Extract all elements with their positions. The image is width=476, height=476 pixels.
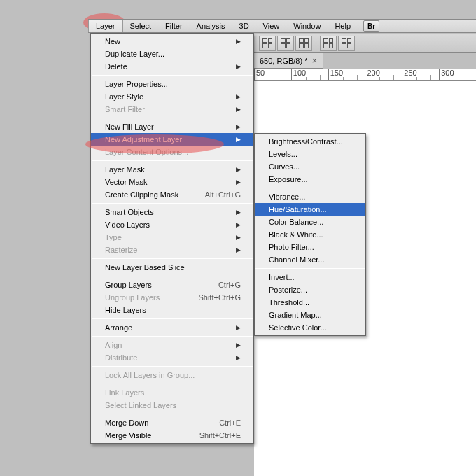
adjust-menu-item[interactable]: Levels... bbox=[255, 148, 365, 160]
menu-item-label: Layer Properties... bbox=[105, 80, 168, 88]
layer-menu-item[interactable]: Layer Style▶ bbox=[91, 90, 253, 103]
menubar: Layer Select Filter Analysis 3D View Win… bbox=[88, 19, 476, 33]
menu-window[interactable]: Window bbox=[286, 20, 328, 32]
layer-menu-item[interactable]: Hide Layers bbox=[91, 304, 253, 316]
distribute-v-icon[interactable] bbox=[338, 36, 355, 51]
menu-item-label: Merge Visible bbox=[105, 431, 151, 440]
menu-item-label: Merge Down bbox=[105, 419, 148, 427]
toolbar-separator bbox=[316, 36, 316, 51]
layer-menu-item[interactable]: Delete▶ bbox=[91, 60, 253, 73]
ruler-tick: 150 bbox=[328, 69, 365, 80]
layer-menu-item[interactable]: Duplicate Layer... bbox=[91, 48, 253, 60]
distribute-h-icon[interactable] bbox=[320, 36, 337, 51]
menu-shortcut: Alt+Ctrl+G bbox=[205, 190, 241, 199]
layer-menu-item[interactable]: Merge DownCtrl+E bbox=[91, 416, 253, 429]
layer-menu-item[interactable]: Video Layers▶ bbox=[91, 218, 253, 231]
menu-item-label: Group Layers bbox=[105, 281, 152, 289]
menu-3d[interactable]: 3D bbox=[232, 20, 256, 32]
menu-item-label: Layer Mask bbox=[105, 165, 145, 174]
menu-item-label: Exposure... bbox=[269, 175, 308, 183]
layer-menu-item: Link Layers bbox=[91, 386, 253, 399]
bridge-button[interactable]: Br bbox=[363, 20, 379, 32]
adjust-menu-item[interactable]: Channel Mixer... bbox=[255, 253, 365, 266]
layer-menu-item: Align▶ bbox=[91, 339, 253, 351]
submenu-arrow-icon: ▶ bbox=[236, 246, 241, 253]
adjust-menu-item[interactable]: Threshold... bbox=[255, 296, 365, 309]
layer-menu-item[interactable]: Group LayersCtrl+G bbox=[91, 279, 253, 291]
layer-menu-item[interactable]: New Adjustment Layer▶ bbox=[91, 133, 253, 146]
layer-menu-item[interactable]: New Fill Layer▶ bbox=[91, 120, 253, 133]
adjust-menu-item[interactable]: Selective Color... bbox=[255, 321, 365, 334]
menu-select[interactable]: Select bbox=[123, 20, 159, 32]
adjust-menu-item[interactable]: Hue/Saturation... bbox=[255, 203, 365, 216]
menu-item-label: Distribute bbox=[105, 354, 137, 362]
layer-menu-item: Ungroup LayersShift+Ctrl+G bbox=[91, 291, 253, 304]
ruler-tick: 250 bbox=[402, 69, 439, 80]
layer-menu-item[interactable]: Layer Properties... bbox=[91, 78, 253, 90]
layer-menu-item[interactable]: Layer Mask▶ bbox=[91, 163, 253, 176]
adjust-menu-item[interactable]: Photo Filter... bbox=[255, 241, 365, 253]
adjust-menu-item[interactable]: Vibrance... bbox=[255, 190, 365, 203]
adjust-menu-item[interactable]: Invert... bbox=[255, 271, 365, 284]
layer-menu-item[interactable]: Merge VisibleShift+Ctrl+E bbox=[91, 429, 253, 442]
menu-item-label: Video Layers bbox=[105, 220, 150, 229]
submenu-arrow-icon: ▶ bbox=[236, 63, 241, 70]
alignment-toolbar bbox=[254, 34, 476, 53]
align-top-icon[interactable] bbox=[259, 36, 276, 51]
menu-item-label: Delete bbox=[105, 62, 127, 71]
align-middle-icon[interactable] bbox=[277, 36, 294, 51]
menu-filter[interactable]: Filter bbox=[158, 20, 189, 32]
menu-item-label: Color Balance... bbox=[269, 218, 323, 226]
menu-item-label: Gradient Map... bbox=[269, 311, 322, 319]
menu-shortcut: Shift+Ctrl+G bbox=[198, 293, 241, 302]
layer-menu-item[interactable]: Vector Mask▶ bbox=[91, 176, 253, 188]
menu-item-label: Smart Filter bbox=[105, 105, 145, 113]
menu-separator bbox=[92, 160, 253, 161]
menu-help[interactable]: Help bbox=[328, 20, 358, 32]
menu-item-label: Duplicate Layer... bbox=[105, 50, 164, 58]
document-tab[interactable]: 650, RGB/8) * × bbox=[254, 53, 323, 69]
adjust-menu-item[interactable]: Black & White... bbox=[255, 228, 365, 241]
ruler-tick: 100 bbox=[291, 69, 328, 80]
submenu-arrow-icon: ▶ bbox=[236, 234, 241, 241]
menu-item-label: New Adjustment Layer bbox=[105, 135, 182, 144]
menu-item-label: New Fill Layer bbox=[105, 122, 154, 131]
menu-analysis[interactable]: Analysis bbox=[190, 20, 232, 32]
submenu-arrow-icon: ▶ bbox=[236, 221, 241, 228]
layer-menu-item[interactable]: New Layer Based Slice bbox=[91, 261, 253, 274]
adjust-menu-item[interactable]: Brightness/Contrast... bbox=[255, 135, 365, 148]
adjust-menu-item[interactable]: Gradient Map... bbox=[255, 309, 365, 321]
adjustment-submenu: Brightness/Contrast...Levels...Curves...… bbox=[254, 133, 366, 336]
adjust-menu-item[interactable]: Curves... bbox=[255, 160, 365, 173]
menu-item-label: Hide Layers bbox=[105, 306, 146, 314]
menu-separator bbox=[92, 318, 253, 319]
submenu-arrow-icon: ▶ bbox=[236, 93, 241, 100]
layer-menu-item[interactable]: New▶ bbox=[91, 35, 253, 48]
menu-item-label: Smart Objects bbox=[105, 208, 154, 216]
layer-menu-item[interactable]: Arrange▶ bbox=[91, 321, 253, 334]
layer-menu-item: Smart Filter▶ bbox=[91, 103, 253, 115]
adjust-menu-item[interactable]: Color Balance... bbox=[255, 216, 365, 228]
submenu-arrow-icon: ▶ bbox=[236, 324, 241, 331]
adjust-menu-item[interactable]: Posterize... bbox=[255, 284, 365, 296]
ruler-tick: 200 bbox=[365, 69, 402, 80]
menu-separator bbox=[92, 258, 253, 259]
menu-item-label: Layer Content Options... bbox=[105, 148, 188, 156]
menu-item-label: Vector Mask bbox=[105, 178, 148, 186]
adjust-menu-item[interactable]: Exposure... bbox=[255, 173, 365, 186]
align-bottom-icon[interactable] bbox=[295, 36, 312, 51]
menu-view[interactable]: View bbox=[256, 20, 287, 32]
menu-item-label: Ungroup Layers bbox=[105, 293, 160, 302]
layer-menu-item[interactable]: Create Clipping MaskAlt+Ctrl+G bbox=[91, 188, 253, 201]
close-icon[interactable]: × bbox=[312, 55, 317, 66]
layer-menu-item: Rasterize▶ bbox=[91, 244, 253, 256]
menu-layer[interactable]: Layer bbox=[88, 20, 123, 32]
ruler-tick: 50 bbox=[254, 69, 291, 80]
menu-separator bbox=[92, 203, 253, 204]
menu-separator bbox=[255, 268, 365, 269]
ruler: 50 100 150 200 250 300 bbox=[254, 69, 476, 81]
menu-separator bbox=[92, 414, 253, 414]
menu-item-label: Create Clipping Mask bbox=[105, 190, 178, 199]
layer-menu-item[interactable]: Smart Objects▶ bbox=[91, 206, 253, 218]
menu-item-label: Curves... bbox=[269, 162, 300, 171]
